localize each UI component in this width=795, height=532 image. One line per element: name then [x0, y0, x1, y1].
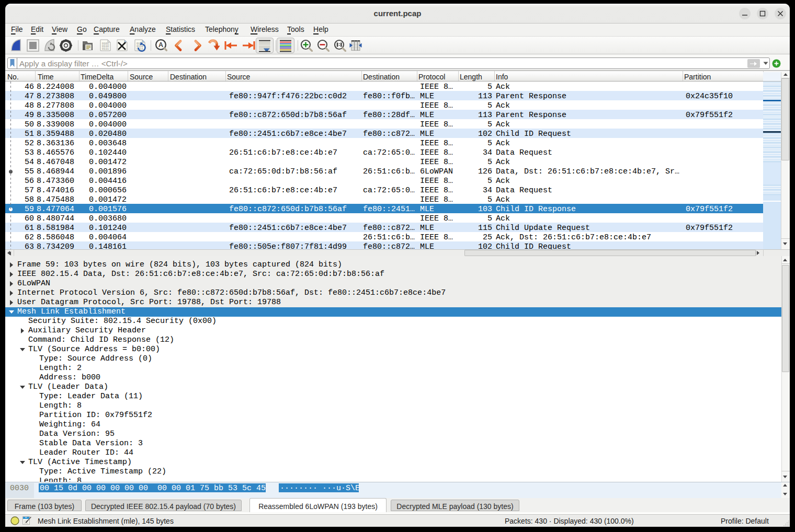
svg-text:A: A	[158, 41, 163, 49]
svg-text:0111: 0111	[102, 48, 109, 51]
